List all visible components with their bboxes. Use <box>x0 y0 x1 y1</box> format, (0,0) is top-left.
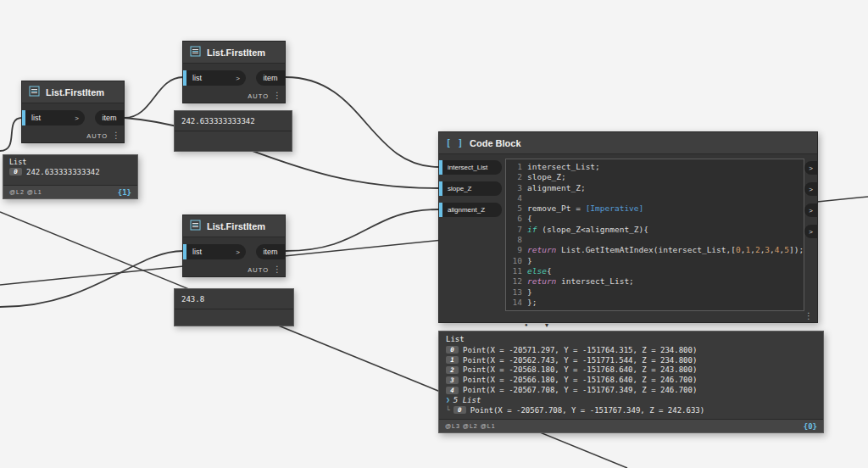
output-port-label: item <box>263 248 277 256</box>
node-body: list > item AUTO ⋮ <box>183 237 285 276</box>
input-port-intersect-list[interactable]: intersect_List <box>442 160 502 175</box>
input-port-label: alignment_Z <box>448 206 485 214</box>
expander-caret-icon[interactable]: ❯ <box>446 396 450 404</box>
output-caret-icon: > <box>809 164 813 172</box>
code-line: 10} <box>509 256 800 266</box>
preview-value: 242.633333333342 <box>26 168 100 176</box>
preview-value: Point(X = -20562.743, Y = -151771.544, Z… <box>463 356 697 365</box>
code-block-icon: [ ] <box>446 138 464 148</box>
input-port-label: list <box>31 114 41 122</box>
code-line: 3alignment_Z; <box>509 183 800 193</box>
output-port-3[interactable]: > <box>804 203 817 217</box>
wire <box>286 77 439 167</box>
preview-value: 243.8 <box>175 289 293 309</box>
node-list-firstitem-2[interactable]: List.FirstItem list > item AUTO ⋮ <box>182 41 286 103</box>
input-port-alignment-z[interactable]: alignment_Z <box>442 203 502 217</box>
context-menu-icon[interactable]: ⋮ <box>804 312 813 320</box>
index-badge: 1 <box>446 356 459 364</box>
preview-value: Point(X = -20566.180, Y = -151768.640, Z… <box>463 376 697 384</box>
index-badge: 0 <box>446 346 459 354</box>
output-port-label: item <box>263 74 277 82</box>
context-menu-icon[interactable]: ⋮ <box>273 92 281 100</box>
preview-footer: @L3 @L2 @L1 {0} <box>439 419 823 432</box>
node-list-firstitem-1[interactable]: List.FirstItem list > item AUTO ⋮ <box>21 81 125 143</box>
index-badge: 4 <box>446 387 459 394</box>
node-title: List.FirstItem <box>207 47 265 58</box>
output-port-item[interactable]: item <box>256 244 285 259</box>
index-badge: 2 <box>446 366 459 374</box>
node-header[interactable]: List.FirstItem <box>183 42 285 64</box>
preview-bubble-footer <box>175 309 293 326</box>
code-line: 12return intersect_List; <box>509 276 800 287</box>
preview-bubble-2: 243.8 <box>174 288 294 326</box>
input-port-label: slope_Z <box>448 185 471 192</box>
preview-header: List <box>439 332 823 345</box>
node-header[interactable]: List.FirstItem <box>22 81 124 103</box>
node-header[interactable]: List.FirstItem <box>183 215 285 237</box>
index-badge: 0 <box>9 168 22 176</box>
code-line: 9return List.GetItemAtIndex(intersect_Li… <box>509 245 800 255</box>
node-body: intersect_List slope_Z alignment_Z 1inte… <box>439 154 817 322</box>
preview-bubble-1: 242.633333333342 <box>174 110 292 152</box>
preview-row: 2Point(X = -20568.180, Y = -151768.640, … <box>446 365 818 376</box>
preview-row: 0Point(X = -20571.297, Y = -151764.315, … <box>446 345 818 355</box>
context-menu-icon[interactable]: ⋮ <box>112 131 120 140</box>
lacing-label: AUTO <box>86 132 108 140</box>
list-icon <box>29 85 40 100</box>
input-port-slope-z[interactable]: slope_Z <box>442 181 502 196</box>
node-title: Code Block <box>470 138 521 148</box>
output-port-1[interactable]: > <box>804 161 817 175</box>
output-port-item[interactable]: item <box>95 110 124 125</box>
preview-toggle-caret-icon[interactable]: ▾ <box>545 321 548 329</box>
default-value-caret-icon: > <box>236 75 240 82</box>
preview-value: Point(X = -20571.297, Y = -151764.315, Z… <box>463 346 697 354</box>
output-port-2[interactable]: > <box>804 182 817 196</box>
output-caret-icon: > <box>809 186 813 193</box>
output-port-4[interactable]: > <box>804 225 817 238</box>
input-port-list[interactable]: list > <box>186 70 246 86</box>
input-port-list[interactable]: list > <box>186 244 246 259</box>
input-port-list[interactable]: list > <box>25 110 85 125</box>
code-line: 4 <box>509 193 800 203</box>
preview-list-result: List 0Point(X = -20571.297, Y = -151764.… <box>438 331 824 433</box>
lacing-label: AUTO <box>248 92 269 100</box>
sublist-label: 5 List <box>453 396 481 404</box>
input-port-label: intersect_List <box>448 164 487 171</box>
code-line: 11else{ <box>509 266 800 276</box>
levels-label: @L2 @L1 <box>9 189 42 195</box>
preview-row: 1Point(X = -20562.743, Y = -151771.544, … <box>446 355 818 365</box>
node-list-firstitem-3[interactable]: List.FirstItem list > item AUTO ⋮ <box>182 214 286 277</box>
preview-row: 4Point(X = -20567.708, Y = -151767.349, … <box>446 385 818 395</box>
lacing-label: AUTO <box>248 266 269 274</box>
index-badge: 0 <box>453 406 466 414</box>
preview-footer: @L2 @L1 {1} <box>3 185 137 198</box>
output-caret-icon: > <box>809 228 813 236</box>
preview-list-left: List 0 242.633333333342 @L2 @L1 {1} <box>3 154 138 199</box>
count-badge: {1} <box>118 188 131 197</box>
node-footer: AUTO ⋮ <box>183 89 285 103</box>
output-port-item[interactable]: item <box>256 70 285 86</box>
code-line: 6{ <box>509 214 800 224</box>
default-value-caret-icon: > <box>236 248 240 256</box>
node-body: list > item AUTO ⋮ <box>183 64 285 103</box>
preview-value: Point(X = -20567.708, Y = -151767.349, Z… <box>463 386 697 394</box>
node-header[interactable]: [ ] Code Block <box>439 132 817 154</box>
code-line: 2slope_Z; <box>509 172 800 182</box>
wire <box>0 251 183 307</box>
preview-row: 3Point(X = -20566.180, Y = -151768.640, … <box>446 375 818 385</box>
code-editor[interactable]: 1intersect_List;2slope_Z;3alignment_Z;45… <box>505 159 804 311</box>
context-menu-icon[interactable]: ⋮ <box>273 265 281 274</box>
index-badge: 3 <box>446 376 459 384</box>
preview-value: 242.633333333342 <box>175 111 292 131</box>
node-title: List.FirstItem <box>207 221 265 231</box>
list-icon <box>190 219 201 234</box>
wire <box>286 209 439 251</box>
preview-row: 0 242.633333333342 <box>9 167 132 177</box>
input-port-label: list <box>192 74 202 82</box>
wire <box>0 118 22 151</box>
node-code-block[interactable]: [ ] Code Block intersect_List slope_Z al… <box>438 131 818 323</box>
preview-toggle-dot-icon[interactable]: ● <box>525 322 528 327</box>
code-line: 8 <box>509 235 800 245</box>
result-rows: 0Point(X = -20571.297, Y = -151764.315, … <box>439 345 823 415</box>
output-port-label: item <box>102 114 116 122</box>
